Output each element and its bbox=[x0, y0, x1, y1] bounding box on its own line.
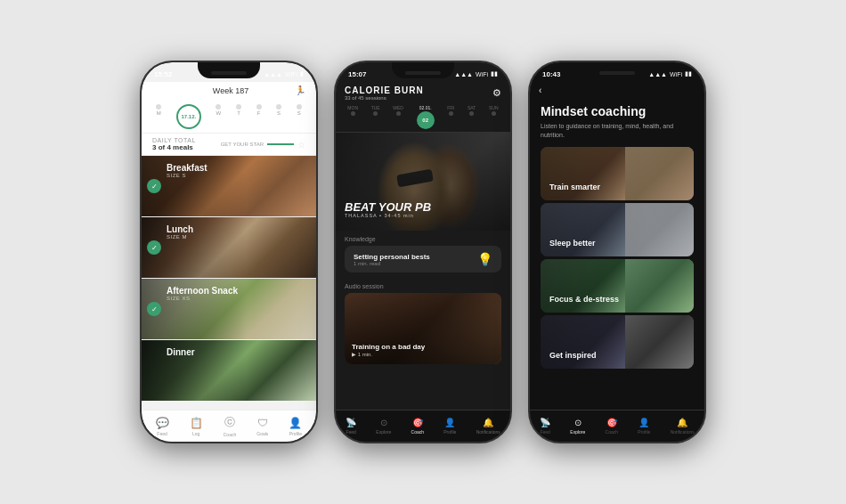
p3-desc: Listen to guidance on training, mind, he… bbox=[541, 122, 694, 140]
p1-day-mon[interactable]: M bbox=[156, 104, 161, 129]
phone-2: 15:07 ▲▲▲ WiFi ▮▮ CALORIE BURN 33 of 45 … bbox=[334, 61, 512, 443]
lunch-check: ✓ bbox=[147, 240, 161, 255]
lunch-name: Lunch bbox=[167, 224, 193, 234]
profile-label-3: Profile bbox=[638, 429, 650, 435]
explore-label-3: Explore bbox=[570, 429, 585, 435]
focus-image bbox=[625, 259, 694, 313]
snack-name: Afternoon Snack bbox=[167, 286, 238, 296]
time-1: 15:52 bbox=[154, 70, 172, 78]
coach-label-2: Coach bbox=[411, 429, 424, 435]
day-dot-sat bbox=[469, 111, 474, 116]
bottom-nav-3: 📡 Feed ⊙ Explore 🎯 Coach 👤 Profile 🔔 bbox=[530, 410, 704, 442]
p2-header: CALORIE BURN 33 of 45 sessions ⚙ bbox=[336, 82, 510, 102]
nav-feed-1[interactable]: 💬 Feed bbox=[156, 417, 169, 436]
sleep-image bbox=[625, 203, 694, 256]
profile-label-2: Profile bbox=[443, 429, 456, 435]
feed-label: Feed bbox=[157, 431, 167, 436]
train-label: Train smarter bbox=[549, 183, 600, 191]
goals-label: Goals bbox=[256, 431, 268, 436]
profile-label: Profile bbox=[289, 431, 302, 436]
nav-explore-3[interactable]: ⊙ Explore bbox=[570, 418, 585, 435]
day-dot bbox=[216, 104, 221, 110]
feed-label-3: Feed bbox=[540, 429, 549, 435]
nav-profile-2[interactable]: 👤 Profile bbox=[443, 418, 456, 435]
nav-profile-1[interactable]: 👤 Profile bbox=[289, 417, 302, 436]
p2-day-sat[interactable]: SAT bbox=[468, 105, 476, 129]
p2-day-mon[interactable]: MON bbox=[347, 105, 358, 129]
nav-notifications-2[interactable]: 🔔 Notifications bbox=[476, 418, 500, 435]
nav-log-1[interactable]: 📋 Log bbox=[190, 417, 203, 436]
audio-card[interactable]: Training on a bad day ▶ 1 min. bbox=[345, 293, 501, 364]
sleep-label: Sleep better bbox=[549, 239, 596, 248]
day-dot bbox=[156, 104, 161, 110]
day-dot bbox=[256, 104, 262, 110]
feed-label-2: Feed bbox=[346, 429, 355, 435]
status-icons-2: ▲▲▲ WiFi ▮▮ bbox=[454, 70, 498, 77]
bulb-icon: 💡 bbox=[477, 252, 492, 266]
back-button[interactable]: ‹ bbox=[539, 85, 541, 95]
audio-section: Audio session Training on a bad day ▶ 1 … bbox=[336, 278, 510, 366]
profile-icon-2: 👤 bbox=[444, 418, 455, 427]
explore-icon-2: ⊙ bbox=[380, 418, 387, 427]
wifi-icon: WiFi bbox=[285, 71, 297, 77]
profile-icon: 👤 bbox=[289, 417, 302, 429]
coach-label: Coach bbox=[224, 432, 236, 437]
day-sat: SAT bbox=[468, 105, 476, 110]
nav-profile-3[interactable]: 👤 Profile bbox=[638, 418, 650, 435]
meal-snack[interactable]: ✓ Afternoon Snack SIZE XS bbox=[142, 279, 316, 339]
day-dot bbox=[276, 104, 281, 110]
p1-day-active[interactable]: 17.12. bbox=[176, 104, 201, 129]
nav-coach-3[interactable]: 🎯 Coach bbox=[606, 418, 618, 435]
log-label: Log bbox=[192, 431, 199, 436]
p1-day-s1[interactable]: S bbox=[276, 104, 281, 129]
day-dot bbox=[297, 104, 302, 110]
beat-pb-info: BEAT YOUR PB THALASSA • 34-45 min bbox=[345, 201, 431, 218]
phone-3: 10:43 ▲▲▲ WiFi ▮▮ ‹ Mindset coaching Lis… bbox=[528, 61, 706, 443]
nav-notifications-3[interactable]: 🔔 Notifications bbox=[671, 418, 695, 435]
p2-day-wed[interactable]: WED bbox=[393, 105, 403, 129]
p2-days-row: MON TUE WED 02.01. 02 FRI bbox=[336, 102, 510, 133]
gear-icon[interactable]: ⚙ bbox=[492, 87, 501, 99]
day-dot-sun bbox=[492, 111, 496, 116]
nav-coach-1[interactable]: ⓒ Coach bbox=[224, 415, 236, 437]
knowledge-card[interactable]: Setting personal bests 1 min. read 💡 bbox=[345, 246, 501, 272]
nav-feed-2[interactable]: 📡 Feed bbox=[346, 418, 356, 435]
knowledge-card-title: Setting personal bests bbox=[354, 253, 430, 261]
nav-explore-2[interactable]: ⊙ Explore bbox=[376, 418, 391, 435]
day-fri: FRI bbox=[447, 105, 454, 110]
p2-title: CALORIE BURN bbox=[345, 85, 424, 95]
day-dot-tue bbox=[373, 111, 378, 116]
p3-content: Mindset coaching Listen to guidance on t… bbox=[530, 99, 704, 375]
card-train-smarter[interactable]: Train smarter bbox=[541, 147, 694, 200]
bottom-nav-2: 📡 Feed ⊙ Explore 🎯 Coach 👤 Profile 🔔 bbox=[336, 410, 510, 442]
nav-feed-3[interactable]: 📡 Feed bbox=[540, 418, 550, 435]
time-2: 15:07 bbox=[348, 70, 366, 78]
status-icons-1: ▲▲▲ WiFi ▮ bbox=[264, 70, 304, 77]
day-dot bbox=[236, 104, 241, 110]
p2-day-tue[interactable]: TUE bbox=[371, 105, 380, 129]
audio-section-title: Audio session bbox=[345, 283, 501, 289]
meal-lunch[interactable]: ✓ Lunch SIZE M bbox=[142, 217, 316, 278]
star-icon: ☆ bbox=[297, 140, 305, 150]
p1-day-w[interactable]: W bbox=[216, 104, 221, 129]
card-get-inspired[interactable]: Get inspired bbox=[541, 315, 694, 369]
p1-day-t[interactable]: T bbox=[236, 104, 241, 129]
lunch-size: SIZE M bbox=[167, 234, 193, 240]
card-sleep-better[interactable]: Sleep better bbox=[541, 203, 694, 256]
goals-icon: 🛡 bbox=[257, 417, 268, 429]
p2-day-active[interactable]: 02.01. 02 bbox=[417, 105, 435, 129]
meal-dinner[interactable]: Dinner bbox=[142, 340, 316, 401]
p2-day-fri[interactable]: FRI bbox=[447, 105, 454, 129]
nav-goals-1[interactable]: 🛡 Goals bbox=[256, 417, 268, 436]
p1-header: Week 187 🏃 bbox=[142, 82, 316, 101]
p1-day-s2[interactable]: S bbox=[297, 104, 302, 129]
snack-size: SIZE XS bbox=[167, 296, 238, 301]
card-focus-destress[interactable]: Focus & de-stress bbox=[541, 259, 694, 313]
p1-day-f[interactable]: F bbox=[256, 104, 262, 129]
p2-day-sun[interactable]: SUN bbox=[489, 105, 499, 129]
battery-icon-2: ▮▮ bbox=[491, 70, 498, 77]
p2-hero[interactable]: BEAT YOUR PB THALASSA • 34-45 min bbox=[336, 133, 510, 231]
meal-breakfast[interactable]: ✓ Breakfast SIZE S bbox=[142, 156, 316, 216]
nav-coach-2[interactable]: 🎯 Coach bbox=[411, 418, 424, 435]
run-icon[interactable]: 🏃 bbox=[295, 85, 305, 95]
